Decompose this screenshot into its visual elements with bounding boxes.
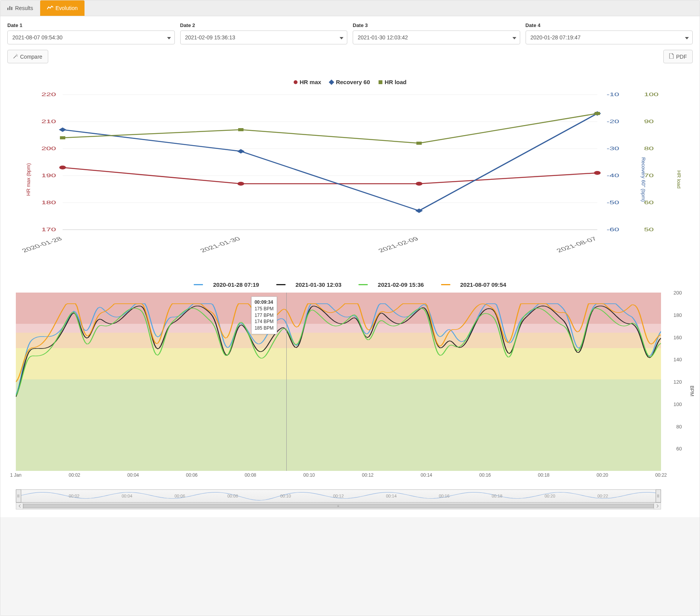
document-icon [669,53,674,60]
bar-chart-icon [7,5,13,11]
x-tick: 00:14 [421,472,432,478]
square-icon [379,80,382,84]
axis-hr-max-label: HR max (bpm) [25,163,31,196]
line-swatch-icon [194,284,203,285]
date3-select[interactable] [353,30,520,44]
brush-tick: 00:20 [544,494,555,498]
legend-bottom: 2020-01-28 07:19 2021-01-30 12:03 2021-0… [16,280,684,288]
date3-label: Date 3 [353,22,520,28]
legend-top: HR max Recovery 60 HR load [16,79,684,85]
compare-button[interactable]: Compare [7,50,48,63]
date1-select[interactable] [7,30,175,44]
line-swatch-icon [276,284,286,285]
svg-rect-43 [595,112,600,115]
x-tick: 00:04 [127,472,139,478]
y-tick: 200 [673,290,682,296]
svg-text:-10: -10 [607,91,619,97]
brush-tick: 00:16 [439,494,450,498]
svg-point-35 [594,171,600,175]
pdf-button[interactable]: PDF [663,50,693,63]
scrollbar-thumb[interactable]: ≡ [23,504,654,508]
legend-series-1[interactable]: 2020-01-28 07:19 [190,281,263,288]
x-tick: 00:16 [479,472,491,478]
date4-select[interactable] [526,30,693,44]
brush-tick: 00:02 [69,494,79,498]
svg-rect-37 [237,149,245,153]
legend-series-3[interactable]: 2021-02-09 15:36 [355,281,428,288]
axis-recovery-label: Recovery 60" (bpm) [641,157,646,201]
tab-bar: Results Evolution [0,0,700,16]
svg-text:190: 190 [41,173,56,178]
svg-rect-2 [11,7,12,10]
svg-rect-42 [416,142,422,145]
svg-text:80: 80 [644,146,654,151]
date2-select[interactable] [180,30,348,44]
wand-icon [13,54,18,60]
brush-track[interactable]: 00:0200:0400:0600:0800:1000:1200:1400:16… [21,489,656,503]
x-tick: 00:18 [538,472,550,478]
date4-label: Date 4 [526,22,693,28]
svg-text:-50: -50 [607,200,619,205]
tab-label: Evolution [56,5,78,11]
svg-point-34 [416,182,422,186]
brush-tick: 00:04 [122,494,132,498]
button-label: Compare [20,54,42,60]
line-chart-icon [47,5,53,11]
svg-text:-40: -40 [607,173,619,178]
tab-evolution[interactable]: Evolution [40,0,85,16]
svg-text:100: 100 [644,91,659,97]
svg-rect-40 [60,136,65,139]
brush-tick: 00:14 [386,494,397,498]
y-tick: 120 [673,379,682,385]
horizontal-scrollbar[interactable]: ≡ [16,503,661,509]
svg-text:-20: -20 [607,118,619,124]
svg-text:2021-02-09: 2021-02-09 [377,236,420,254]
brush-navigator[interactable]: 00:0200:0400:0600:0800:1000:1200:1400:16… [16,489,684,503]
x-tick: 00:22 [655,472,667,478]
diamond-icon [329,79,334,85]
legend-series-4[interactable]: 2021-08-07 09:54 [437,281,510,288]
x-tick: 00:10 [303,472,315,478]
svg-text:90: 90 [644,118,654,124]
svg-rect-41 [238,128,243,131]
svg-text:2021-08-07: 2021-08-07 [555,236,599,254]
brush-handle-left[interactable] [16,489,21,503]
svg-text:-30: -30 [607,146,619,151]
svg-text:220: 220 [41,91,56,97]
legend-hr-load[interactable]: HR load [379,79,407,85]
x-tick: 00:06 [186,472,198,478]
line-swatch-icon [358,284,368,285]
brush-handle-right[interactable] [656,489,661,503]
svg-rect-36 [59,127,66,132]
scroll-right-button[interactable] [654,503,661,509]
x-tick: 00:02 [69,472,80,478]
svg-rect-0 [7,8,8,10]
dot-icon [294,80,298,84]
brush-tick: 00:08 [227,494,238,498]
y-tick: 80 [676,423,682,429]
svg-text:200: 200 [41,146,56,151]
y-tick: 100 [673,401,682,407]
y-tick: 60 [676,446,682,452]
chart-tooltip: 00:09:34 175 BPM 177 BPM 174 BPM 185 BPM [251,296,277,334]
svg-point-32 [59,166,66,169]
tab-results[interactable]: Results [0,0,40,16]
button-label: PDF [676,54,687,60]
hr-compare-chart[interactable]: 00:09:34 175 BPM 177 BPM 174 BPM 185 BPM… [16,293,684,489]
svg-text:210: 210 [41,118,56,124]
legend-series-2[interactable]: 2021-01-30 12:03 [272,281,345,288]
y-tick: 180 [673,312,682,318]
evolution-chart[interactable]: HR max (bpm) Recovery 60" (bpm) HR load … [16,91,684,268]
line-swatch-icon [441,284,450,285]
scroll-left-button[interactable] [16,503,23,509]
svg-text:180: 180 [41,200,56,205]
brush-tick: 00:22 [597,494,608,498]
legend-recovery-60[interactable]: Recovery 60 [330,79,370,85]
brush-tick: 00:06 [174,494,185,498]
legend-hr-max[interactable]: HR max [294,79,321,85]
svg-text:50: 50 [644,227,654,232]
tab-label: Results [15,5,33,11]
axis-bpm-label: BPM [689,386,695,396]
date1-label: Date 1 [7,22,175,28]
svg-text:170: 170 [41,227,56,232]
